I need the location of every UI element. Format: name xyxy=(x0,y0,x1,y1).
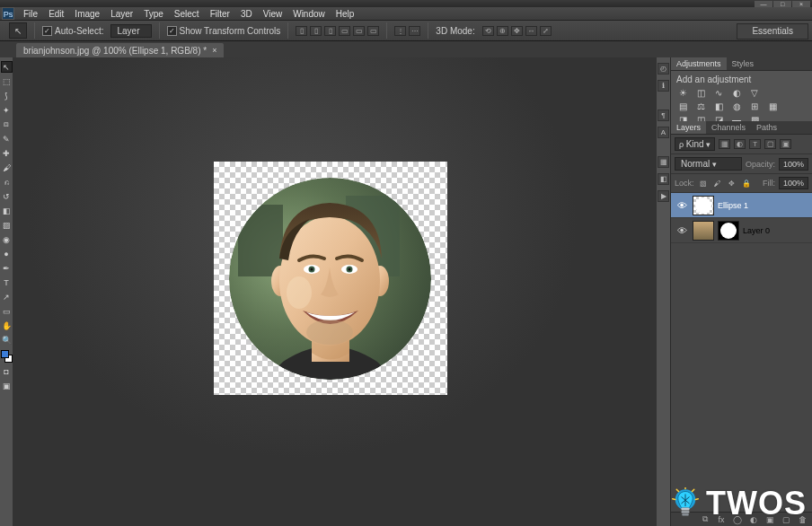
menu-window[interactable]: Window xyxy=(287,9,331,19)
window-minimize-button[interactable]: — xyxy=(755,1,772,7)
distribute-icons[interactable]: ⋮ ⋯ xyxy=(394,26,420,36)
bw-icon[interactable]: ◧ xyxy=(712,101,725,111)
menu-filter[interactable]: Filter xyxy=(205,9,235,19)
align-center-icon[interactable]: ▯ xyxy=(310,26,322,36)
menu-help[interactable]: Help xyxy=(331,9,360,19)
screen-mode-toggle[interactable]: ▣ xyxy=(1,380,13,391)
layer-name-label[interactable]: Layer 0 xyxy=(743,226,770,235)
eraser-tool[interactable]: ◧ xyxy=(1,205,13,216)
filter-type-icon[interactable]: T xyxy=(749,139,761,149)
auto-select-target-dropdown[interactable]: Layer xyxy=(110,24,151,38)
document-canvas[interactable] xyxy=(214,162,447,395)
lock-all-icon[interactable]: 🔒 xyxy=(741,179,752,188)
threeD-slide-icon[interactable]: ↔ xyxy=(525,26,537,36)
tool-preset-picker[interactable]: ↖ xyxy=(9,22,27,39)
window-maximize-button[interactable]: □ xyxy=(773,1,791,7)
tab-adjustments[interactable]: Adjustments xyxy=(671,57,727,70)
layer-thumbnail[interactable] xyxy=(693,221,714,241)
magic-wand-tool[interactable]: ✦ xyxy=(1,104,13,116)
auto-select-option[interactable]: ✓ Auto-Select: xyxy=(42,26,103,36)
layer-visibility-toggle[interactable]: 👁 xyxy=(675,200,689,211)
menu-view[interactable]: View xyxy=(258,9,288,19)
info-panel-icon[interactable]: ℹ xyxy=(658,80,669,92)
layer-filter-kind[interactable]: ρ Kind ▾ xyxy=(675,137,715,151)
curves-icon[interactable]: ∿ xyxy=(712,87,725,98)
color-balance-icon[interactable]: ⚖ xyxy=(694,101,707,111)
zoom-tool[interactable]: 🔍 xyxy=(1,334,13,346)
layer-thumbnail[interactable] xyxy=(693,196,714,215)
history-panel-icon[interactable]: ◴ xyxy=(658,63,669,75)
layer-mask-thumbnail[interactable] xyxy=(718,221,739,241)
brush-tool[interactable]: 🖌 xyxy=(1,162,13,173)
threeD-rotate-icon[interactable]: ⟲ xyxy=(482,26,494,36)
threeD-drag-icon[interactable]: ✥ xyxy=(511,26,523,36)
distribute-h-icon[interactable]: ⋮ xyxy=(394,26,406,36)
character-panel-icon[interactable]: ¶ xyxy=(658,110,669,121)
brightness-contrast-icon[interactable]: ☀ xyxy=(676,87,689,98)
dodge-tool[interactable]: ● xyxy=(1,248,13,259)
exposure-icon[interactable]: ◐ xyxy=(730,87,743,98)
layer-name-label[interactable]: Ellipse 1 xyxy=(718,201,748,210)
blur-tool[interactable]: ◉ xyxy=(1,233,13,245)
layer-item-layer-0[interactable]: 👁 Layer 0 xyxy=(671,218,812,243)
photo-filter-icon[interactable]: ◍ xyxy=(730,101,743,111)
menu-image[interactable]: Image xyxy=(69,9,105,19)
shape-tool[interactable]: ▭ xyxy=(1,305,13,317)
menu-edit[interactable]: Edit xyxy=(43,9,69,19)
paragraph-panel-icon[interactable]: A xyxy=(658,127,669,138)
opacity-value[interactable]: 100% xyxy=(779,158,808,171)
tab-paths[interactable]: Paths xyxy=(751,121,782,134)
menu-file[interactable]: File xyxy=(18,9,43,19)
auto-select-checkbox[interactable]: ✓ xyxy=(42,26,52,36)
layer-visibility-toggle[interactable]: 👁 xyxy=(675,225,689,236)
show-transform-controls-option[interactable]: ✓ Show Transform Controls xyxy=(167,26,281,36)
filter-shape-icon[interactable]: ▢ xyxy=(764,139,776,149)
crop-tool[interactable]: ⧈ xyxy=(1,118,13,130)
hue-sat-icon[interactable]: ▤ xyxy=(676,101,689,111)
filter-smart-icon[interactable]: ▣ xyxy=(780,139,791,149)
path-selection-tool[interactable]: ↗ xyxy=(1,291,13,302)
align-distribute-icons[interactable]: ▯ ▯ ▯ ▭ ▭ ▭ xyxy=(296,26,379,36)
window-close-button[interactable]: × xyxy=(792,1,810,7)
healing-brush-tool[interactable]: ✚ xyxy=(1,147,13,159)
align-top-icon[interactable]: ▭ xyxy=(339,26,350,36)
document-tab-close-icon[interactable]: × xyxy=(212,46,216,55)
layer-item-ellipse-1[interactable]: 👁 Ellipse 1 xyxy=(671,193,812,218)
menu-3d[interactable]: 3D xyxy=(235,9,258,19)
document-tab[interactable]: brianjohnson.jpg @ 100% (Ellipse 1, RGB/… xyxy=(16,43,224,57)
threeD-mode-icons[interactable]: ⟲ ⊕ ✥ ↔ ⤢ xyxy=(482,26,552,36)
lasso-tool[interactable]: ⟆ xyxy=(1,90,13,101)
color-swatches[interactable] xyxy=(1,350,13,363)
threeD-roll-icon[interactable]: ⊕ xyxy=(497,26,508,36)
color-panel-icon[interactable]: ◧ xyxy=(658,173,669,185)
marquee-tool[interactable]: ⬚ xyxy=(1,75,13,87)
clone-stamp-tool[interactable]: ⎌ xyxy=(1,176,13,188)
gradient-tool[interactable]: ▨ xyxy=(1,219,13,231)
lock-image-icon[interactable]: 🖌 xyxy=(712,179,723,188)
levels-icon[interactable]: ◫ xyxy=(694,87,707,98)
align-right-icon[interactable]: ▯ xyxy=(324,26,336,36)
lock-transparent-icon[interactable]: ▧ xyxy=(698,179,709,188)
threeD-scale-icon[interactable]: ⤢ xyxy=(540,26,552,36)
menu-type[interactable]: Type xyxy=(138,9,169,19)
menu-select[interactable]: Select xyxy=(169,9,205,19)
history-brush-tool[interactable]: ↺ xyxy=(1,190,13,202)
filter-pixel-icon[interactable]: ▦ xyxy=(719,139,730,149)
align-middle-icon[interactable]: ▭ xyxy=(353,26,365,36)
hand-tool[interactable]: ✋ xyxy=(1,320,13,331)
tab-styles[interactable]: Styles xyxy=(727,57,760,70)
vibrance-icon[interactable]: ▽ xyxy=(748,87,761,98)
tab-channels[interactable]: Channels xyxy=(706,121,751,134)
blend-mode-dropdown[interactable]: Normal ▾ xyxy=(675,157,742,171)
actions-panel-icon[interactable]: ▶ xyxy=(658,190,669,202)
workspace-switcher[interactable]: Essentials xyxy=(737,23,808,39)
color-lookup-icon[interactable]: ▦ xyxy=(766,101,779,111)
align-bottom-icon[interactable]: ▭ xyxy=(367,26,379,36)
lock-position-icon[interactable]: ✥ xyxy=(727,179,737,188)
swatches-panel-icon[interactable]: ▦ xyxy=(658,156,669,168)
pen-tool[interactable]: ✒ xyxy=(1,262,13,274)
canvas-area[interactable] xyxy=(13,57,656,526)
tab-layers[interactable]: Layers xyxy=(671,121,706,134)
eyedropper-tool[interactable]: ✎ xyxy=(1,133,13,145)
fill-value[interactable]: 100% xyxy=(779,177,808,189)
